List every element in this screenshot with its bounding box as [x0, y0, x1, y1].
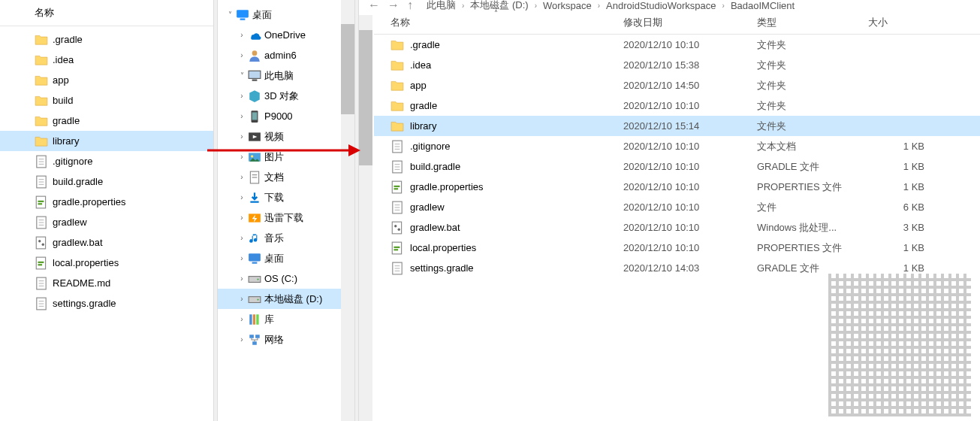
- left-item[interactable]: gradle.properties: [0, 192, 213, 212]
- column-date[interactable]: 修改日期: [623, 16, 757, 29]
- right-scrollbar[interactable]: [359, 15, 372, 421]
- file-name: gradlew: [410, 201, 623, 213]
- folder-icon: [35, 53, 48, 67]
- column-size[interactable]: 大小: [868, 16, 932, 29]
- chevron-right-icon[interactable]: ›: [236, 112, 248, 120]
- tree-item-label: 视频: [264, 130, 284, 144]
- chevron-right-icon: ›: [719, 2, 728, 10]
- breadcrumb-segment[interactable]: 此电脑: [427, 0, 456, 11]
- file-row[interactable]: local.properties2020/12/10 10:10PROPERTI…: [374, 238, 980, 258]
- tree-scroll-thumb[interactable]: [341, 24, 354, 114]
- breadcrumb-segment[interactable]: 本地磁盘 (D:): [470, 0, 528, 11]
- svg-rect-32: [249, 71, 261, 78]
- chevron-right-icon[interactable]: ›: [236, 132, 248, 141]
- tree-item[interactable]: ›admin6: [218, 45, 354, 65]
- left-item[interactable]: build: [0, 90, 213, 111]
- chevron-right-icon[interactable]: ›: [236, 274, 248, 283]
- left-item[interactable]: library: [0, 131, 213, 151]
- svg-rect-52: [253, 314, 255, 325]
- tree-item[interactable]: ›下载: [218, 187, 354, 207]
- file-date: 2020/12/10 15:38: [623, 59, 757, 71]
- left-col-name-label: 名称: [35, 6, 54, 20]
- tree-item[interactable]: ›库: [218, 309, 354, 329]
- tree-item[interactable]: ›桌面: [218, 248, 354, 268]
- tree-item[interactable]: ›音乐: [218, 228, 354, 248]
- chevron-right-icon[interactable]: ›: [236, 92, 248, 100]
- file-row[interactable]: .idea2020/12/10 15:38文件夹: [374, 55, 980, 75]
- chevron-right-icon[interactable]: ›: [236, 214, 248, 222]
- svg-point-50: [257, 298, 258, 300]
- breadcrumb[interactable]: 此电脑›本地磁盘 (D:)›Workspace›AndroidStudioWor…: [427, 0, 795, 11]
- breadcrumb-segment[interactable]: Workspace: [543, 0, 592, 11]
- up-button[interactable]: ↑: [407, 0, 413, 11]
- breadcrumb-segment[interactable]: BadaoIMClient: [731, 0, 795, 11]
- chevron-right-icon[interactable]: ›: [236, 254, 248, 262]
- chevron-right-icon[interactable]: ›: [236, 51, 248, 59]
- left-item[interactable]: .idea: [0, 50, 213, 70]
- left-item[interactable]: build.gradle: [0, 171, 213, 192]
- back-button[interactable]: ←: [368, 0, 380, 11]
- file-date: 2020/12/10 14:03: [623, 262, 757, 274]
- column-type[interactable]: 类型: [757, 16, 868, 29]
- tree-item[interactable]: ›OS (C:): [218, 268, 354, 289]
- left-item[interactable]: app: [0, 70, 213, 90]
- left-item[interactable]: .gradle: [0, 29, 213, 50]
- chevron-right-icon[interactable]: ›: [236, 31, 248, 39]
- drive-icon: [248, 272, 261, 286]
- file-row[interactable]: .gitignore2020/12/10 10:10文本文档1 KB: [374, 136, 980, 156]
- tree-item[interactable]: ˅此电脑: [218, 65, 354, 86]
- left-item[interactable]: .gitignore: [0, 151, 213, 171]
- tree-item[interactable]: ›3D 对象: [218, 86, 354, 106]
- tree-item[interactable]: ›P9000: [218, 106, 354, 126]
- chevron-right-icon[interactable]: ›: [236, 234, 248, 242]
- left-header-name[interactable]: 名称: [0, 0, 213, 26]
- chevron-right-icon[interactable]: ›: [236, 153, 248, 161]
- forward-button[interactable]: →: [387, 0, 400, 11]
- chevron-right-icon[interactable]: ›: [236, 193, 248, 201]
- file-type: 文件夹: [757, 99, 868, 113]
- file-row[interactable]: settings.gradle2020/12/10 14:03GRADLE 文件…: [374, 258, 980, 278]
- tree-scrollbar[interactable]: [341, 0, 354, 421]
- left-item-label: README.md: [53, 277, 110, 289]
- tree-item[interactable]: ›网络: [218, 329, 354, 350]
- tree-item[interactable]: ˅桌面: [218, 5, 354, 25]
- file-row[interactable]: .gradle2020/12/10 10:10文件夹: [374, 35, 980, 55]
- tree-item[interactable]: ›本地磁盘 (D:): [218, 289, 354, 309]
- chevron-right-icon[interactable]: ›: [236, 335, 248, 344]
- chevron-right-icon[interactable]: ›: [236, 173, 248, 181]
- tree-item[interactable]: ›视频: [218, 126, 354, 147]
- left-item[interactable]: settings.gradle: [0, 293, 213, 313]
- tree-item[interactable]: ›图片: [218, 147, 354, 167]
- file-row[interactable]: gradle.properties2020/12/10 10:10PROPERT…: [374, 177, 980, 197]
- svg-point-31: [252, 50, 258, 56]
- right-scroll-thumb[interactable]: [359, 30, 372, 165]
- chevron-down-icon[interactable]: ˅: [224, 11, 236, 19]
- left-item-label: app: [53, 74, 69, 86]
- file-row[interactable]: gradle2020/12/10 10:10文件夹: [374, 95, 980, 116]
- column-name[interactable]: 名称: [390, 16, 623, 29]
- breadcrumb-segment[interactable]: AndroidStudioWorkspace: [606, 0, 716, 11]
- file-row[interactable]: gradlew.bat2020/12/10 10:10Windows 批处理..…: [374, 217, 980, 238]
- left-item[interactable]: gradlew: [0, 212, 213, 232]
- file-type: 文件夹: [757, 38, 868, 52]
- chevron-right-icon[interactable]: ›: [236, 295, 248, 303]
- svg-rect-76: [394, 246, 400, 247]
- tree-item[interactable]: ›迅雷下载: [218, 207, 354, 228]
- tree-item[interactable]: ›OneDrive: [218, 25, 354, 45]
- left-item-label: build.gradle: [53, 176, 103, 187]
- file-date: 2020/12/10 10:10: [623, 161, 757, 172]
- left-item[interactable]: gradle: [0, 111, 213, 131]
- left-item[interactable]: README.md: [0, 273, 213, 293]
- file-type: GRADLE 文件: [757, 160, 868, 174]
- file-row[interactable]: library2020/12/10 15:14文件夹: [374, 116, 980, 136]
- left-item[interactable]: gradlew.bat: [0, 232, 213, 253]
- tree-item[interactable]: ›文档: [218, 167, 354, 187]
- left-item[interactable]: local.properties: [0, 253, 213, 273]
- file-row[interactable]: app2020/12/10 14:50文件夹: [374, 75, 980, 95]
- svg-rect-30: [240, 18, 246, 20]
- file-row[interactable]: build.gradle2020/12/10 10:10GRADLE 文件1 K…: [374, 156, 980, 177]
- file-row[interactable]: gradlew2020/12/10 10:10文件6 KB: [374, 197, 980, 217]
- chevron-down-icon[interactable]: ˅: [236, 71, 248, 80]
- chevron-right-icon[interactable]: ›: [236, 315, 248, 323]
- nav-arrows: ← → ↑: [368, 0, 413, 11]
